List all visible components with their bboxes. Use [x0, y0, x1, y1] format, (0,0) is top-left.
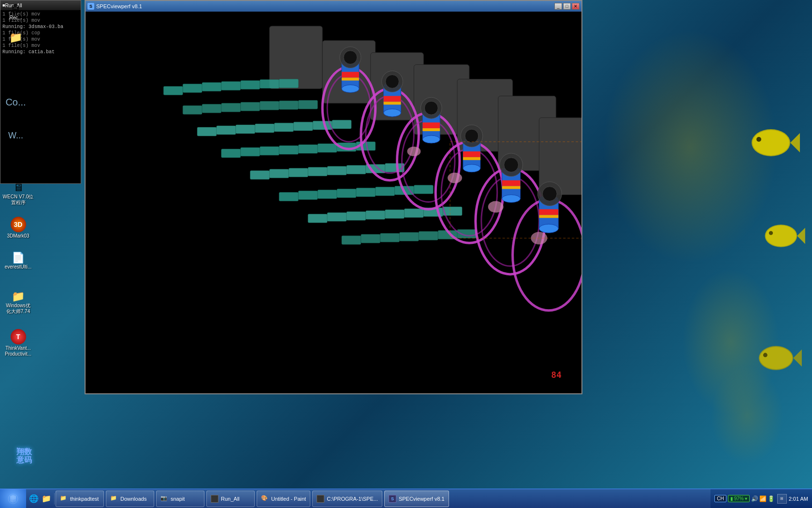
taskbar-icon-downloads: 📁	[110, 495, 118, 503]
svg-point-104	[422, 135, 440, 143]
taskbar-label-downloads: Downloads	[120, 496, 146, 502]
start-button[interactable]	[0, 489, 26, 508]
svg-rect-34	[197, 127, 217, 136]
svg-rect-43	[241, 148, 260, 156]
spec-icon: S	[87, 3, 94, 10]
svg-rect-55	[347, 165, 366, 174]
svg-rect-20	[163, 86, 183, 95]
battery-icon[interactable]: 🔋	[768, 495, 775, 502]
desktop-icon-folder[interactable]: 📁	[2, 31, 29, 44]
svg-rect-105	[422, 122, 440, 128]
desktop-icon-winopt[interactable]: 📁 Windows优化大师7.74	[2, 290, 34, 314]
maximize-button[interactable]: □	[563, 3, 571, 10]
spec-titlebar: S SPECviewperf v8.1 _ □ ✕	[86, 1, 581, 12]
svg-point-8	[759, 346, 793, 370]
minimize-button[interactable]: _	[554, 3, 562, 10]
svg-rect-50	[250, 171, 270, 179]
svg-rect-35	[217, 126, 236, 134]
desktop-icon-partial1[interactable]: Co...	[2, 97, 29, 108]
svg-rect-44	[260, 147, 279, 155]
cmd-line: Running: 3dsmax-03.ba	[2, 24, 79, 30]
svg-rect-42	[221, 149, 241, 158]
scene-svg: 84 84	[86, 12, 581, 393]
svg-rect-101	[384, 102, 401, 105]
clock: 2:01 AM	[789, 496, 808, 502]
svg-rect-61	[337, 189, 356, 198]
svg-point-123	[344, 51, 357, 64]
svg-rect-30	[241, 102, 260, 111]
svg-rect-24	[241, 80, 260, 89]
show-desktop-btn[interactable]: ⊞	[777, 494, 787, 504]
svg-point-5	[766, 225, 796, 246]
svg-rect-95	[342, 72, 359, 78]
svg-point-114	[502, 195, 521, 203]
desktop-watermark: 翔数意码	[2, 448, 46, 464]
desktop-icon-partial2[interactable]: W...	[2, 131, 29, 141]
taskbar-downloads[interactable]: 📁 Downloads	[106, 491, 154, 507]
svg-rect-47	[318, 144, 337, 152]
desktop-icon-wecn[interactable]: 🖥 WECN V7.0位置程序	[2, 181, 34, 206]
svg-point-11	[763, 353, 768, 357]
cmd-window[interactable]: ■ Run_All 1 file(s) mov 1 file(s) mov Ru…	[0, 0, 81, 184]
spec-viewport: 84 84	[86, 12, 581, 393]
taskbar-specviewperf[interactable]: S SPECviewperf v8.1	[384, 491, 449, 507]
svg-point-131	[504, 158, 519, 172]
svg-point-134	[407, 147, 420, 156]
desktop-icon-3dmark[interactable]: 3D 3DMark03	[2, 217, 34, 239]
svg-rect-23	[221, 81, 241, 90]
svg-rect-29	[221, 103, 241, 112]
taskbar-label-snapit: snapit	[171, 496, 185, 502]
svg-rect-106	[422, 128, 440, 131]
svg-point-99	[384, 109, 401, 117]
close-button[interactable]: ✕	[572, 3, 580, 10]
svg-rect-58	[279, 193, 298, 201]
svg-point-1	[753, 130, 789, 155]
svg-point-119	[539, 224, 558, 233]
svg-rect-22	[202, 82, 221, 91]
taskbar-runall[interactable]: Run_All	[206, 491, 255, 507]
svg-point-4	[765, 224, 798, 247]
svg-point-127	[424, 101, 438, 115]
taskbar-label-paint: Untitled - Paint	[271, 496, 306, 502]
svg-rect-116	[502, 186, 521, 189]
network-icon[interactable]: 📶	[759, 495, 767, 502]
svg-rect-53	[308, 167, 327, 176]
taskbar-label-cmd: C:\PROGRA-1\SPE...	[327, 496, 378, 502]
svg-rect-121	[539, 215, 558, 218]
svg-rect-41	[332, 120, 351, 129]
svg-rect-74	[342, 236, 361, 244]
desktop-icon-thinkvantage[interactable]: T ThinkVant...Productivit...	[2, 329, 34, 357]
svg-rect-111	[463, 157, 480, 160]
quicklaunch-ie[interactable]: 🌐	[28, 493, 40, 505]
svg-rect-60	[318, 190, 337, 199]
tray-icons: 🔊 📶 🔋	[751, 495, 775, 502]
taskbar-icon-paint: 🎨	[261, 495, 269, 503]
battery-indicator: ▮ 97% ▾	[728, 495, 750, 502]
taskbar-label-thinkpadtest: thinkpadtest	[70, 496, 99, 502]
svg-rect-31	[260, 101, 279, 110]
taskbar-paint[interactable]: 🎨 Untitled - Paint	[257, 491, 310, 507]
svg-rect-76	[380, 233, 400, 242]
svg-rect-68	[347, 211, 366, 220]
desktop-icon-recycle[interactable]: 🗑 Rec...	[2, 2, 29, 20]
taskbar-cmdprompt[interactable]: C:\PROGRA-1\SPE...	[312, 491, 382, 507]
svg-point-129	[465, 129, 478, 143]
taskbar-thinkpadtest[interactable]: 📁 thinkpadtest	[56, 491, 104, 507]
ch-indicator: CH	[714, 495, 726, 502]
svg-rect-51	[270, 169, 289, 178]
spec-window[interactable]: S SPECviewperf v8.1 _ □ ✕	[85, 0, 582, 394]
svg-rect-110	[463, 151, 480, 157]
svg-point-0	[752, 129, 790, 156]
quicklaunch-folder[interactable]: 📁	[41, 493, 52, 505]
volume-icon[interactable]: 🔊	[751, 495, 758, 502]
svg-marker-6	[797, 228, 805, 244]
svg-text:84: 84	[551, 370, 562, 380]
svg-rect-45	[279, 146, 298, 154]
taskbar-icon-runall	[211, 495, 218, 503]
svg-rect-52	[289, 168, 308, 177]
desktop-icon-everest[interactable]: 📄 everestUlti...	[2, 252, 34, 269]
svg-rect-75	[361, 234, 380, 243]
taskbar: 🌐 📁 📁 thinkpadtest 📁 Downloads 📷 snapit …	[0, 489, 812, 508]
svg-rect-25	[260, 79, 279, 88]
taskbar-snapit[interactable]: 📷 snapit	[156, 491, 204, 507]
